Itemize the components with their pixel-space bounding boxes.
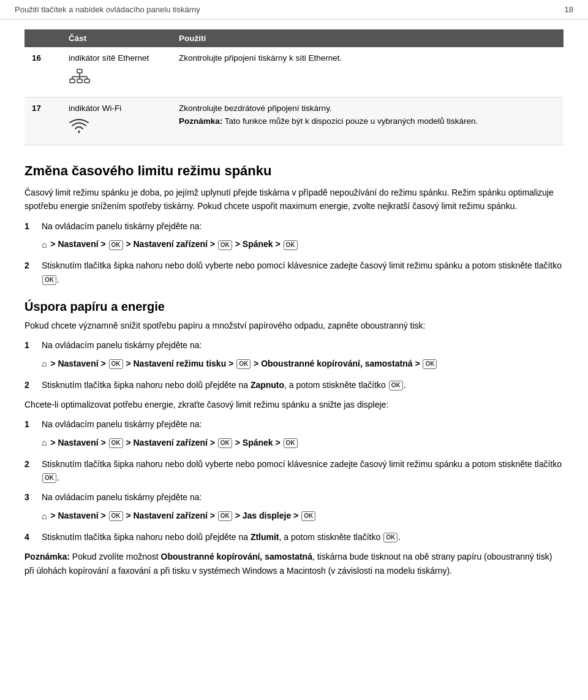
step-content: Na ovládacím panelu tiskárny přejděte na… [42, 338, 564, 352]
energy-step-1: 1 Na ovládacím panelu tiskárny přejděte … [24, 417, 564, 451]
sleep-nav-1: ⌂ > Nastavení > OK > Nastavení zařízení … [42, 237, 564, 253]
section-paper-intro: Pokud chcete významně snížit spotřebu pa… [24, 319, 564, 332]
ok-badge: OK [109, 240, 123, 250]
ok-badge: OK [42, 473, 56, 483]
section-sleep-title: Změna časového limitu režimu spánku [24, 162, 564, 180]
step-num: 3 [24, 490, 37, 504]
step-num: 2 [24, 378, 37, 392]
info-table: Část Použití 16 indikátor sítě Ethernet [24, 29, 564, 145]
svg-rect-3 [85, 79, 89, 83]
energy-step-3: 3 Na ovládacím panelu tiskárny přejděte … [24, 490, 564, 523]
page-header: Použití tlačítek a nabídek ovládacího pa… [0, 0, 588, 20]
energy-intro: Chcete-li optimalizovat potřebu energie,… [24, 398, 564, 411]
row-part: indikátor Wi-Fi [61, 97, 172, 145]
step-content: Stisknutím tlačítka šipka nahoru nebo do… [42, 457, 564, 485]
ok-badge: OK [423, 359, 437, 369]
ok-badge: OK [109, 359, 123, 369]
duplex-step-2: 2 Stisknutím tlačítka šipka nahoru nebo … [24, 378, 564, 392]
step-num: 1 [24, 219, 37, 233]
step-content: Na ovládacím panelu tiskárny přejděte na… [42, 219, 564, 233]
svg-rect-1 [70, 79, 75, 83]
ok-badge: OK [218, 240, 232, 250]
step-num: 1 [24, 338, 37, 352]
col-part-header: Část [61, 29, 172, 47]
step-num: 2 [24, 457, 37, 471]
page-content: Část Použití 16 indikátor sítě Ethernet [0, 20, 588, 592]
page-number: 18 [565, 5, 573, 14]
step-content: Stisknutím tlačítka šipka nahoru nebo do… [42, 530, 564, 544]
step-content: Stisknutím tlačítka šipka nahoru nebo do… [42, 378, 564, 392]
home-icon: ⌂ [42, 435, 47, 451]
paper-note: Poznámka: Pokud zvolíte možnost Oboustra… [24, 550, 564, 577]
col-num-header [24, 29, 61, 47]
energy-nav-3: ⌂ > Nastavení > OK > Nastavení zařízení … [42, 508, 564, 524]
sleep-step2-line: 2 Stisknutím tlačítka šipka nahoru nebo … [24, 259, 564, 286]
energy-step-2: 2 Stisknutím tlačítka šipka nahoru nebo … [24, 457, 564, 485]
step-content: Na ovládacím panelu tiskárny přejděte na… [42, 490, 564, 504]
svg-rect-0 [77, 69, 82, 73]
duplex-nav-1: ⌂ > Nastavení > OK > Nastavení režimu ti… [42, 356, 564, 372]
step-content: Na ovládacím panelu tiskárny přejděte na… [42, 417, 564, 431]
ethernet-icon [69, 68, 91, 92]
row-usage: Zkontrolujte připojení tiskárny k síti E… [172, 47, 564, 97]
section-paper: Úspora papíru a energie Pokud chcete výz… [24, 300, 564, 577]
header-title: Použití tlačítek a nabídek ovládacího pa… [15, 5, 200, 14]
ok-badge: OK [42, 275, 56, 285]
col-usage-header: Použití [172, 29, 564, 47]
section-sleep-para: Časový limit režimu spánku je doba, po j… [24, 186, 564, 213]
energy-step1-line: 1 Na ovládacím panelu tiskárny přejděte … [24, 417, 564, 431]
energy-step-4: 4 Stisknutím tlačítka šipka nahoru nebo … [24, 530, 564, 544]
ok-badge: OK [389, 381, 403, 390]
sleep-step-2: 2 Stisknutím tlačítka šipka nahoru nebo … [24, 259, 564, 286]
section-paper-title: Úspora papíru a energie [24, 300, 564, 314]
duplex-step1-line: 1 Na ovládacím panelu tiskárny přejděte … [24, 338, 564, 352]
energy-nav-1: ⌂ > Nastavení > OK > Nastavení zařízení … [42, 435, 564, 451]
energy-step2-line: 2 Stisknutím tlačítka šipka nahoru nebo … [24, 457, 564, 485]
table-row: 16 indikátor sítě Ethernet [24, 47, 564, 97]
sleep-step-1: 1 Na ovládacím panelu tiskárny přejděte … [24, 219, 564, 253]
duplex-step2-line: 2 Stisknutím tlačítka šipka nahoru nebo … [24, 378, 564, 392]
row-part: indikátor sítě Ethernet [61, 47, 172, 97]
step-num: 1 [24, 417, 37, 431]
energy-step4-line: 4 Stisknutím tlačítka šipka nahoru nebo … [24, 530, 564, 544]
home-icon: ⌂ [42, 356, 47, 371]
table-row: 17 indikátor Wi-Fi Zkontrolujte bezdráto… [24, 97, 564, 145]
sleep-step1-line: 1 Na ovládacím panelu tiskárny přejděte … [24, 219, 564, 233]
ok-badge: OK [383, 533, 398, 542]
svg-rect-2 [77, 79, 82, 83]
ok-badge: OK [218, 438, 232, 448]
home-icon: ⌂ [42, 509, 47, 524]
step-num: 2 [24, 259, 37, 272]
step-num: 4 [24, 530, 37, 544]
duplex-step-1: 1 Na ovládacím panelu tiskárny přejděte … [24, 338, 564, 371]
wifi-note: Poznámka: Tato funkce může být k dispozi… [179, 116, 478, 126]
ok-badge: OK [109, 438, 123, 448]
row-num: 17 [24, 97, 61, 145]
energy-step3-line: 3 Na ovládacím panelu tiskárny přejděte … [24, 490, 564, 504]
section-sleep: Změna časového limitu režimu spánku Časo… [24, 162, 564, 286]
ok-badge: OK [284, 240, 298, 250]
ok-badge: OK [109, 511, 123, 521]
home-icon: ⌂ [42, 237, 47, 253]
ok-badge: OK [218, 511, 232, 521]
step-content: Stisknutím tlačítka šipka nahoru nebo do… [42, 259, 564, 286]
wifi-icon [69, 118, 89, 140]
ok-badge: OK [236, 359, 251, 369]
row-num: 16 [24, 47, 61, 97]
ok-badge: OK [301, 511, 315, 521]
row-usage: Zkontrolujte bezdrátové připojení tiskár… [172, 97, 564, 145]
ok-badge: OK [284, 438, 298, 448]
